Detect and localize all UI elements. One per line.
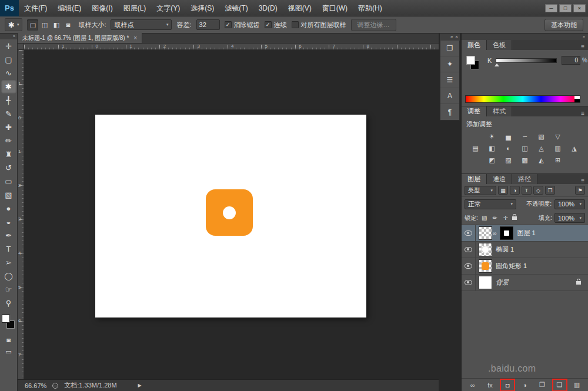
delete-layer-icon[interactable]: ▥ xyxy=(570,380,583,390)
menu-item-8[interactable]: 视图(V) xyxy=(283,0,317,16)
adjustment-icon[interactable]: ∽ xyxy=(519,132,531,141)
gradient-tool[interactable]: ▧ xyxy=(1,188,16,202)
layer-filter-icon-2[interactable]: T xyxy=(522,186,532,195)
brush-tool[interactable]: ✏ xyxy=(1,134,16,148)
tab-swatches[interactable]: 色板 xyxy=(487,40,512,50)
magic-wand-tool[interactable]: ✱ xyxy=(1,80,16,93)
blur-tool[interactable]: ● xyxy=(1,202,16,215)
adjustment-icon[interactable]: ◬ xyxy=(536,143,547,153)
healing-brush-tool[interactable]: ✚ xyxy=(1,121,16,134)
sample-size-select[interactable]: 取样点 ▾ xyxy=(111,19,172,30)
workspace-button[interactable]: 基本功能 xyxy=(544,19,583,31)
visibility-toggle[interactable] xyxy=(462,258,476,274)
selection-mode-2[interactable]: ◧ xyxy=(51,19,62,31)
pen-tool[interactable]: ✒ xyxy=(1,229,16,242)
link-layers-icon[interactable]: ∞ xyxy=(466,380,479,390)
adjustment-icon[interactable]: ▩ xyxy=(519,155,531,165)
move-tool[interactable]: ✛ xyxy=(1,39,16,53)
history-brush-tool[interactable]: ↺ xyxy=(1,161,16,175)
tab-adjustments[interactable]: 调整 xyxy=(462,106,487,116)
brush-presets-icon[interactable]: ❐ xyxy=(440,41,459,56)
layer-thumbnail[interactable] xyxy=(479,259,492,273)
type-tool[interactable]: T xyxy=(1,242,16,256)
layer-row-rounded-rect-1[interactable]: 圆角矩形 1 xyxy=(462,258,588,275)
k-slider[interactable] xyxy=(496,58,557,63)
lock-icon-0[interactable]: ▨ xyxy=(480,214,489,222)
panel-menu-icon[interactable]: ≡ xyxy=(581,44,588,50)
ellipse-shape-tool[interactable]: ◯ xyxy=(1,269,16,283)
menu-item-4[interactable]: 文字(Y) xyxy=(151,0,185,16)
color-swatches[interactable] xyxy=(1,313,16,333)
adjustment-icon[interactable]: ◩ xyxy=(486,155,498,165)
filter-type-select[interactable]: 类型 ▾ xyxy=(465,186,496,195)
dock-close-icon[interactable]: × xyxy=(455,34,458,41)
adjustment-icon[interactable]: ⊞ xyxy=(552,155,564,165)
adjustment-layer-icon[interactable]: ◑ xyxy=(519,380,532,390)
dock-collapse-icon[interactable]: » xyxy=(450,34,453,41)
menu-item-3[interactable]: 图层(L) xyxy=(118,0,152,16)
tab-color[interactable]: 颜色 xyxy=(462,40,487,50)
adjustment-icon[interactable]: ▅ xyxy=(503,132,514,141)
crop-tool[interactable]: ╃ xyxy=(1,93,16,107)
layer-thumbnail[interactable] xyxy=(479,226,492,240)
foreground-color-swatch[interactable] xyxy=(466,56,475,65)
dock-collapse-icon[interactable]: » xyxy=(583,35,585,39)
selection-mode-0[interactable]: ▢ xyxy=(27,19,38,31)
maximize-button[interactable]: □ xyxy=(559,4,572,12)
new-layer-icon[interactable]: ❏ xyxy=(553,380,566,390)
adjustment-icon[interactable]: ☀ xyxy=(486,132,498,141)
tab-close-icon[interactable]: × xyxy=(133,35,137,41)
layer-style-icon[interactable]: fx xyxy=(484,380,497,390)
menu-item-2[interactable]: 图像(I) xyxy=(86,0,118,16)
adjustment-icon[interactable]: ▨ xyxy=(503,155,514,165)
layer-name[interactable]: 椭圆 1 xyxy=(496,245,514,254)
tab-paths[interactable]: 路径 xyxy=(512,174,537,184)
menu-item-5[interactable]: 选择(S) xyxy=(185,0,219,16)
dodge-tool[interactable]: ◒ xyxy=(1,215,16,229)
layer-filter-icon-0[interactable]: ▦ xyxy=(498,186,508,195)
filter-toggle-icon[interactable]: ⚑ xyxy=(575,186,585,195)
minimize-button[interactable]: ─ xyxy=(545,4,557,12)
selection-mode-1[interactable]: ◫ xyxy=(39,19,50,31)
menu-item-10[interactable]: 帮助(H) xyxy=(353,0,387,16)
clone-stamp-tool[interactable]: ♜ xyxy=(1,148,16,161)
layer-name[interactable]: 图层 1 xyxy=(517,229,535,238)
tolerance-input[interactable] xyxy=(196,19,220,30)
marquee-tool[interactable]: ▢ xyxy=(1,53,16,66)
adjustment-icon[interactable]: ◮ xyxy=(569,143,580,153)
document-tab[interactable]: 未标题-1 @ 66.7% (图层 1, 图层蒙版/8) * × xyxy=(18,33,142,43)
k-slider-thumb[interactable] xyxy=(495,64,499,66)
fill-select[interactable]: 100% ▾ xyxy=(554,213,585,223)
zoom-level[interactable]: 66.67% xyxy=(25,382,46,389)
close-button[interactable]: × xyxy=(573,4,586,12)
adjustment-icon[interactable]: ▤ xyxy=(470,143,482,153)
visibility-toggle[interactable] xyxy=(462,242,476,258)
document-canvas[interactable] xyxy=(95,115,366,318)
refine-edge-button[interactable]: 调整边缘… xyxy=(351,19,396,31)
quick-mask-button[interactable]: ◙ xyxy=(1,333,16,346)
new-group-icon[interactable]: ❐ xyxy=(536,380,549,390)
clone-source-icon[interactable]: ☰ xyxy=(440,72,459,88)
character-panel-icon[interactable]: A xyxy=(440,88,459,104)
adjustment-icon[interactable]: ▥ xyxy=(552,143,564,153)
eraser-tool[interactable]: ▭ xyxy=(1,175,16,188)
visibility-toggle[interactable] xyxy=(462,225,476,241)
adjustment-icon[interactable]: ◫ xyxy=(519,143,531,153)
adjustment-icon[interactable]: ▧ xyxy=(536,132,547,141)
checkbox-checked-icon[interactable]: ✓ xyxy=(225,21,232,28)
menu-item-6[interactable]: 滤镜(T) xyxy=(219,0,253,16)
layer-row-layer-1[interactable]: ∞ 图层 1 xyxy=(462,225,588,242)
toolstrip-collapse-icon[interactable]: » xyxy=(0,34,17,39)
layer-row-background[interactable]: 背景 xyxy=(462,275,588,291)
zoom-tool[interactable]: ⚲ xyxy=(1,296,16,310)
menu-item-1[interactable]: 编辑(E) xyxy=(52,0,86,16)
hand-tool[interactable]: ☞ xyxy=(1,283,16,296)
selection-mode-3[interactable]: ◙ xyxy=(62,19,74,31)
menu-item-9[interactable]: 窗口(W) xyxy=(317,0,353,16)
tab-layers[interactable]: 图层 xyxy=(462,174,487,184)
tab-styles[interactable]: 样式 xyxy=(487,106,512,116)
blend-mode-select[interactable]: 正常 ▾ xyxy=(465,199,516,209)
menu-item-7[interactable]: 3D(D) xyxy=(253,0,283,16)
path-selection-tool[interactable]: ➢ xyxy=(1,256,16,269)
sample-all-layers-option[interactable]: 对所有图层取样 xyxy=(292,21,346,29)
